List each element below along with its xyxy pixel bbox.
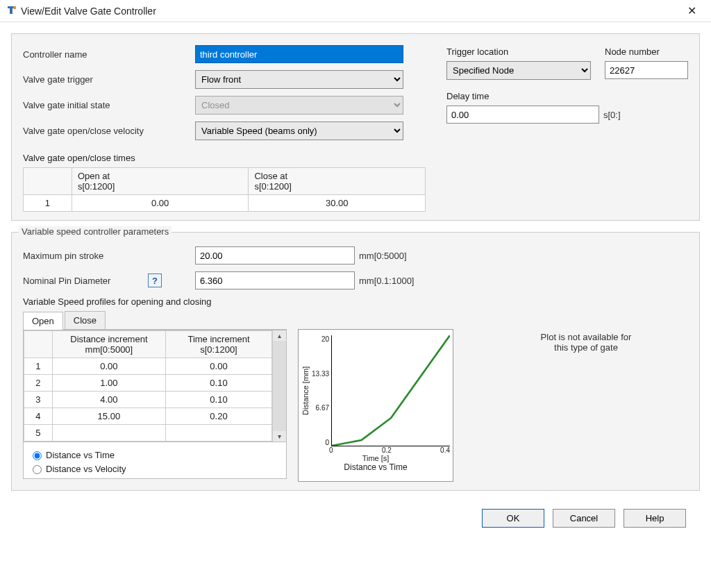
scroll-down-icon[interactable]: ▾	[278, 431, 281, 442]
valve-gate-initial-state-select: Closed	[195, 96, 403, 115]
table-row: 34.000.10	[24, 392, 272, 408]
chart-xlabel: Time [s]	[301, 454, 450, 462]
scroll-up-icon[interactable]: ▴	[278, 330, 281, 341]
table-row[interactable]: 1 0.00 30.00	[24, 195, 426, 212]
valve-gate-initial-state-label: Valve gate initial state	[23, 100, 195, 110]
valve-gate-trigger-select[interactable]: Flow front	[195, 70, 403, 89]
app-icon	[6, 6, 17, 17]
delay-time-input[interactable]	[446, 106, 599, 124]
profile-chart: Distance [mm] 20 13.33 6.67 0 0 0.2 0.4	[298, 329, 453, 482]
controller-group: Controller name Valve gate trigger Flow …	[11, 33, 700, 221]
chart-ylabel: Distance [mm]	[301, 335, 310, 446]
table-row: 10.000.00	[24, 358, 272, 375]
chart-title: Distance vs Time	[301, 462, 450, 472]
controller-name-label: Controller name	[23, 49, 195, 60]
variable-speed-group: Variable speed controller parameters Max…	[11, 232, 700, 491]
valve-gate-trigger-label: Valve gate trigger	[23, 74, 195, 85]
svg-point-2	[13, 6, 16, 8]
profile-scrollbar[interactable]: ▴ ▾	[272, 330, 286, 442]
nominal-pin-diam-input[interactable]	[195, 271, 355, 289]
nominal-pin-diam-label: Nominal Pin Diameter	[23, 276, 142, 286]
node-number-label: Node number	[605, 47, 688, 57]
times-table-heading: Valve gate open/close times	[23, 153, 688, 163]
delay-time-label: Delay time	[446, 91, 688, 101]
cancel-button[interactable]: Cancel	[553, 509, 615, 528]
valve-gate-velocity-select[interactable]: Variable Speed (beams only)	[195, 121, 403, 140]
variable-speed-legend: Variable speed controller parameters	[19, 226, 172, 237]
max-pin-stroke-units: mm[0:5000]	[359, 251, 407, 261]
max-pin-stroke-input[interactable]	[195, 246, 355, 264]
titlebar: View/Edit Valve Gate Controller ✕	[0, 0, 711, 22]
table-row: 5	[24, 425, 272, 442]
plot-unavailable-message: Plot is not available for this type of g…	[499, 332, 673, 353]
radio-distance-vs-velocity[interactable]: Distance vs Velocity	[29, 463, 281, 474]
window-title: View/Edit Valve Gate Controller	[21, 6, 678, 17]
radio-distance-vs-time[interactable]: Distance vs Time	[29, 449, 281, 460]
help-icon[interactable]: ?	[148, 274, 162, 287]
nominal-pin-diam-units: mm[0.1:1000]	[359, 276, 415, 286]
ok-button[interactable]: OK	[482, 509, 544, 528]
dialog-buttons: OK Cancel Help	[11, 502, 700, 528]
profiles-heading: Variable Speed profiles for opening and …	[23, 296, 688, 307]
delay-time-units: s[0:]	[603, 110, 621, 120]
max-pin-stroke-label: Maximum pin stroke	[23, 251, 195, 261]
help-button[interactable]: Help	[624, 509, 686, 528]
profile-tabs: Open Close	[23, 311, 287, 330]
trigger-location-label: Trigger location	[446, 47, 591, 57]
valve-gate-velocity-label: Valve gate open/close velocity	[23, 126, 195, 136]
times-table[interactable]: Open at s[0:1200] Close at s[0:1200] 1 0…	[23, 167, 426, 212]
tab-open[interactable]: Open	[23, 312, 63, 330]
svg-rect-1	[10, 8, 12, 14]
table-row: 415.000.20	[24, 408, 272, 425]
node-number-input[interactable]	[605, 61, 688, 79]
close-icon[interactable]: ✕	[678, 4, 705, 17]
controller-name-input[interactable]	[195, 45, 403, 63]
trigger-location-select[interactable]: Specified Node	[446, 61, 591, 80]
table-row: 21.000.10	[24, 375, 272, 392]
profile-table[interactable]: Distance increment mm[0:5000] Time incre…	[23, 330, 287, 442]
tab-close[interactable]: Close	[65, 311, 106, 329]
